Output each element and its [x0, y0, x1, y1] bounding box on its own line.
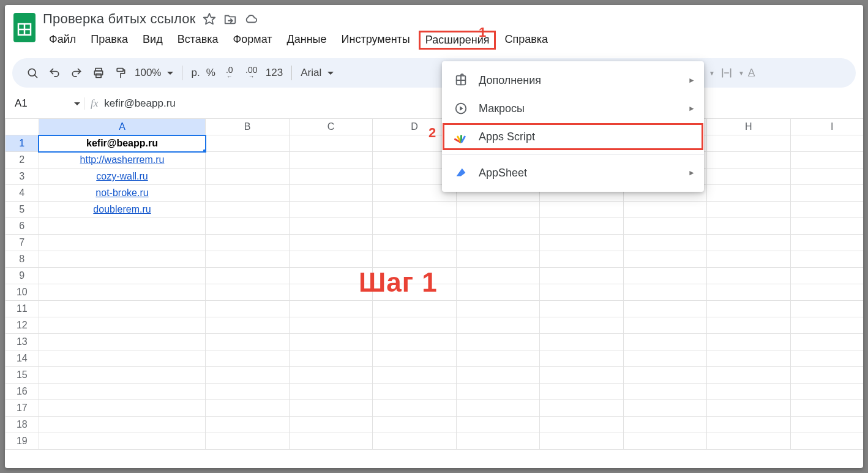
cell[interactable] [707, 367, 790, 384]
cell[interactable] [39, 218, 206, 235]
menu-справка[interactable]: Справка [498, 31, 554, 50]
cell[interactable] [39, 268, 206, 284]
cell[interactable] [289, 317, 372, 334]
cell[interactable] [289, 301, 372, 317]
cell[interactable] [206, 284, 289, 301]
cell[interactable] [373, 433, 456, 450]
cell[interactable] [206, 235, 289, 251]
cell[interactable] [206, 417, 289, 433]
cell[interactable] [206, 384, 289, 400]
cell[interactable] [39, 284, 206, 301]
cell[interactable] [707, 251, 790, 268]
cell[interactable] [373, 202, 456, 218]
cell[interactable] [790, 268, 863, 284]
cell[interactable] [456, 400, 539, 417]
cell[interactable] [289, 384, 372, 400]
row-header[interactable]: 15 [6, 367, 39, 384]
cell[interactable] [623, 284, 706, 301]
menu-item-macros[interactable]: Макросы [442, 94, 704, 123]
cell[interactable] [540, 350, 623, 367]
cell[interactable] [373, 334, 456, 350]
cell[interactable] [623, 301, 706, 317]
cell[interactable] [790, 218, 863, 235]
cell[interactable] [39, 417, 206, 433]
menu-item-addons[interactable]: Дополнения [442, 66, 704, 94]
cell[interactable] [623, 268, 706, 284]
paint-format-icon[interactable] [110, 62, 131, 83]
cell[interactable] [790, 384, 863, 400]
name-box[interactable]: A1 [12, 97, 84, 110]
formula-bar[interactable]: kefir@beapp.ru [104, 97, 176, 110]
cell[interactable] [289, 135, 372, 152]
cell[interactable] [206, 251, 289, 268]
cell[interactable] [373, 384, 456, 400]
row-header[interactable]: 8 [6, 251, 39, 268]
cell[interactable] [540, 433, 623, 450]
cell[interactable] [206, 202, 289, 218]
cell[interactable]: not-broke.ru [39, 185, 206, 202]
cell[interactable] [206, 301, 289, 317]
cell[interactable] [373, 251, 456, 268]
search-icon[interactable] [22, 62, 43, 83]
row-header[interactable]: 4 [6, 185, 39, 202]
row-header[interactable]: 11 [6, 301, 39, 317]
row-header[interactable]: 19 [6, 433, 39, 450]
cell[interactable] [707, 185, 790, 202]
cell[interactable] [39, 251, 206, 268]
cell[interactable] [456, 350, 539, 367]
zoom-select[interactable]: 100% [132, 67, 176, 79]
cell[interactable] [39, 350, 206, 367]
cell[interactable] [289, 417, 372, 433]
cell[interactable] [373, 400, 456, 417]
cell[interactable] [373, 367, 456, 384]
currency-button[interactable]: р. [189, 67, 202, 79]
cell[interactable] [790, 168, 863, 185]
cell[interactable] [456, 417, 539, 433]
cell[interactable]: http://washerrem.ru [39, 152, 206, 168]
cell[interactable] [456, 268, 539, 284]
cell[interactable] [707, 384, 790, 400]
cell[interactable] [540, 400, 623, 417]
menu-формат[interactable]: Формат [227, 31, 279, 50]
cell[interactable] [206, 218, 289, 235]
cell[interactable] [206, 334, 289, 350]
cell[interactable] [206, 367, 289, 384]
cell[interactable] [623, 202, 706, 218]
cell[interactable] [790, 251, 863, 268]
cell[interactable] [456, 433, 539, 450]
cell[interactable] [289, 367, 372, 384]
increase-decimal-button[interactable]: .00→ [241, 62, 262, 83]
cell[interactable] [373, 317, 456, 334]
cell[interactable] [623, 367, 706, 384]
cell[interactable] [707, 334, 790, 350]
cell[interactable] [39, 367, 206, 384]
row-header[interactable]: 9 [6, 268, 39, 284]
cell[interactable] [707, 350, 790, 367]
percent-button[interactable]: % [204, 67, 218, 79]
cell[interactable]: cozy-wall.ru [39, 168, 206, 185]
cell[interactable] [540, 235, 623, 251]
cell[interactable] [623, 417, 706, 433]
menu-item-apps-script[interactable]: Apps Script [442, 123, 704, 151]
cell[interactable] [540, 367, 623, 384]
spreadsheet-grid[interactable]: ABCDEFGHI1kefir@beapp.ru2http://washerre… [5, 118, 863, 450]
sheets-logo[interactable] [12, 11, 37, 44]
cell[interactable]: doublerem.ru [39, 202, 206, 218]
cell[interactable] [39, 334, 206, 350]
cell[interactable] [707, 400, 790, 417]
decrease-decimal-button[interactable]: .0← [219, 62, 240, 83]
cell[interactable] [540, 268, 623, 284]
row-header[interactable]: 3 [6, 168, 39, 185]
cell[interactable] [707, 301, 790, 317]
cell[interactable] [707, 417, 790, 433]
menu-item-appsheet[interactable]: AppSheet [442, 159, 704, 187]
cell[interactable] [206, 400, 289, 417]
menu-файл[interactable]: Файл [43, 31, 82, 50]
cell[interactable] [39, 384, 206, 400]
cell[interactable] [206, 152, 289, 168]
cell[interactable] [39, 235, 206, 251]
menu-данные[interactable]: Данные [281, 31, 333, 50]
cell[interactable] [707, 202, 790, 218]
text-wrap-icon[interactable] [716, 62, 737, 83]
row-header[interactable]: 16 [6, 384, 39, 400]
